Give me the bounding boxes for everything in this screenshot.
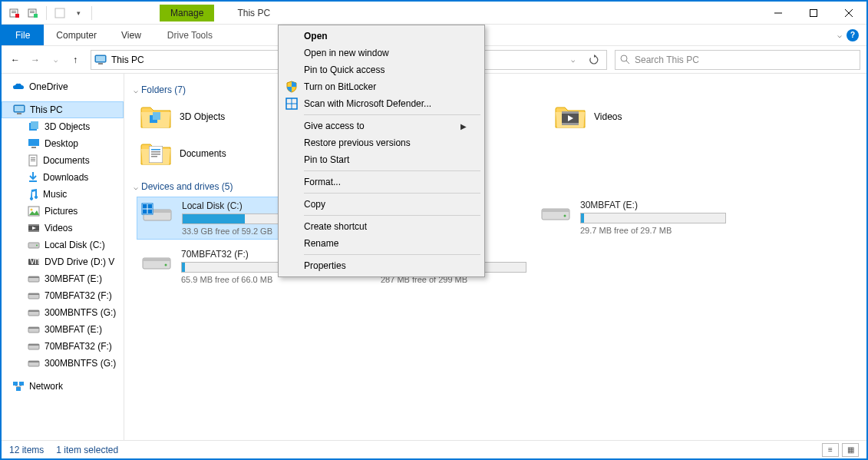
svg-rect-72 xyxy=(143,204,147,209)
folder-icon xyxy=(140,103,172,131)
forward-button[interactable]: → xyxy=(28,52,43,68)
qat-dropdown-icon[interactable]: ▾ xyxy=(70,5,87,22)
refresh-button[interactable] xyxy=(585,51,603,69)
tree-item[interactable]: Local Disk (C:) xyxy=(2,237,124,253)
menu-item[interactable]: Open xyxy=(281,28,482,45)
svg-rect-44 xyxy=(28,310,39,312)
tree-item[interactable]: 70MBFAT32 (F:) xyxy=(2,338,124,355)
ribbon-collapse-icon[interactable]: ⌵ xyxy=(837,31,842,39)
svg-rect-57 xyxy=(153,112,160,120)
tree-item-icon: vm xyxy=(28,257,40,266)
menu-item-label: Give access to xyxy=(304,121,365,131)
folders-section-header[interactable]: ⌵Folders (7) xyxy=(134,84,857,95)
new-folder-icon[interactable] xyxy=(25,5,41,22)
tree-item[interactable]: 30MBFAT (E:) xyxy=(2,321,124,338)
search-box[interactable]: Search This PC xyxy=(615,50,860,70)
drive-item[interactable]: 30MBFAT (E:)29.7 MB free of 29.7 MB xyxy=(536,197,720,240)
drives-section-header[interactable]: ⌵Devices and drives (5) xyxy=(134,181,857,192)
help-icon[interactable]: ? xyxy=(847,29,859,41)
drive-icon xyxy=(539,200,573,224)
qat-overflow-icon[interactable] xyxy=(51,5,68,22)
window-controls xyxy=(761,2,866,25)
svg-point-31 xyxy=(31,209,33,211)
menu-item[interactable]: Pin to Quick access xyxy=(281,61,482,78)
menu-item[interactable]: Pin to Start xyxy=(281,151,482,168)
svg-rect-20 xyxy=(17,113,21,114)
tree-item[interactable]: 300MBNTFS (G:) xyxy=(2,355,124,372)
network-icon xyxy=(12,381,25,392)
svg-rect-65 xyxy=(151,154,160,155)
tree-item[interactable]: Pictures xyxy=(2,203,124,220)
large-icons-view-toggle[interactable]: ▦ xyxy=(842,443,859,457)
tree-item[interactable]: Downloads xyxy=(2,169,124,186)
up-button[interactable]: ↑ xyxy=(68,52,83,68)
tree-item[interactable]: Videos xyxy=(2,220,124,237)
svg-rect-53 xyxy=(16,387,21,391)
tree-item[interactable]: vmDVD Drive (D:) V xyxy=(2,253,124,270)
svg-rect-1 xyxy=(12,11,16,12)
tree-this-pc[interactable]: This PC xyxy=(2,101,124,118)
menu-item[interactable]: Open in new window xyxy=(281,45,482,61)
menu-item[interactable]: Copy xyxy=(281,196,482,213)
manage-contextual-tab[interactable]: Manage xyxy=(160,5,214,22)
tree-item[interactable]: 30MBFAT (E:) xyxy=(2,270,124,287)
tree-item[interactable]: Music xyxy=(2,186,124,203)
tree-item[interactable]: Documents xyxy=(2,152,124,169)
menu-item[interactable]: Rename xyxy=(281,235,482,252)
menu-item[interactable]: Turn on BitLocker xyxy=(281,78,482,95)
folder-item[interactable]: Videos xyxy=(551,100,743,134)
svg-rect-10 xyxy=(810,9,817,16)
tree-item-icon xyxy=(28,138,40,149)
tree-item-label: Pictures xyxy=(45,206,78,217)
properties-icon[interactable] xyxy=(6,5,23,22)
tree-item[interactable]: 300MBNTFS (G:) xyxy=(2,304,124,321)
tree-item[interactable]: 70MBFAT32 (F:) xyxy=(2,287,124,304)
menu-item-label: Pin to Start xyxy=(304,154,349,165)
tree-network[interactable]: Network xyxy=(2,378,124,395)
menu-item[interactable]: Scan with Microsoft Defender... xyxy=(281,95,482,112)
tree-item[interactable]: Desktop xyxy=(2,135,124,152)
file-tab[interactable]: File xyxy=(2,25,44,45)
minimize-button[interactable] xyxy=(761,2,796,25)
menu-item[interactable]: Give access to▶ xyxy=(281,117,482,134)
menu-item[interactable]: Create shortcut xyxy=(281,218,482,235)
menu-item-label: Properties xyxy=(304,260,346,271)
menu-item[interactable]: Format... xyxy=(281,174,482,190)
status-item-count: 12 items xyxy=(9,445,44,455)
tree-onedrive[interactable]: OneDrive xyxy=(2,78,124,95)
tree-item-icon xyxy=(28,291,40,300)
tab-drive-tools[interactable]: Drive Tools xyxy=(155,25,225,45)
menu-item[interactable]: Restore previous versions xyxy=(281,134,482,151)
title-bar: ▾ Manage This PC xyxy=(2,2,866,25)
context-menu: OpenOpen in new windowPin to Quick acces… xyxy=(278,25,485,277)
maximize-button[interactable] xyxy=(796,2,831,25)
recent-locations-icon[interactable]: ⌵ xyxy=(48,52,63,68)
details-view-toggle[interactable]: ≡ xyxy=(822,443,839,457)
svg-rect-75 xyxy=(148,210,153,214)
drive-icon xyxy=(140,249,173,273)
close-button[interactable] xyxy=(831,2,866,25)
svg-rect-40 xyxy=(28,276,39,278)
tree-item-label: 300MBNTFS (G:) xyxy=(45,358,116,369)
tree-item-label: Desktop xyxy=(45,138,78,149)
tree-item-label: Downloads xyxy=(43,172,88,183)
svg-rect-73 xyxy=(148,204,153,209)
menu-item[interactable]: Properties xyxy=(281,257,482,274)
svg-rect-24 xyxy=(31,147,36,148)
svg-text:vm: vm xyxy=(30,257,40,266)
address-history-icon[interactable]: ⌵ xyxy=(563,51,582,69)
tree-item-icon xyxy=(28,206,40,217)
drive-free-text: 29.7 MB free of 29.7 MB xyxy=(580,226,726,235)
back-button[interactable]: ← xyxy=(8,52,23,68)
svg-rect-60 xyxy=(562,111,579,114)
this-pc-icon xyxy=(13,104,25,115)
tab-computer[interactable]: Computer xyxy=(44,25,109,45)
tree-item-label: 30MBFAT (E:) xyxy=(45,273,102,284)
svg-rect-74 xyxy=(143,210,147,214)
search-placeholder: Search This PC xyxy=(635,55,699,65)
submenu-arrow-icon: ▶ xyxy=(460,122,467,131)
file-explorer-window: ▾ Manage This PC File Computer View Driv… xyxy=(0,0,868,460)
tree-item[interactable]: 3D Objects xyxy=(2,118,124,135)
tab-view[interactable]: View xyxy=(109,25,153,45)
svg-rect-2 xyxy=(12,12,16,13)
